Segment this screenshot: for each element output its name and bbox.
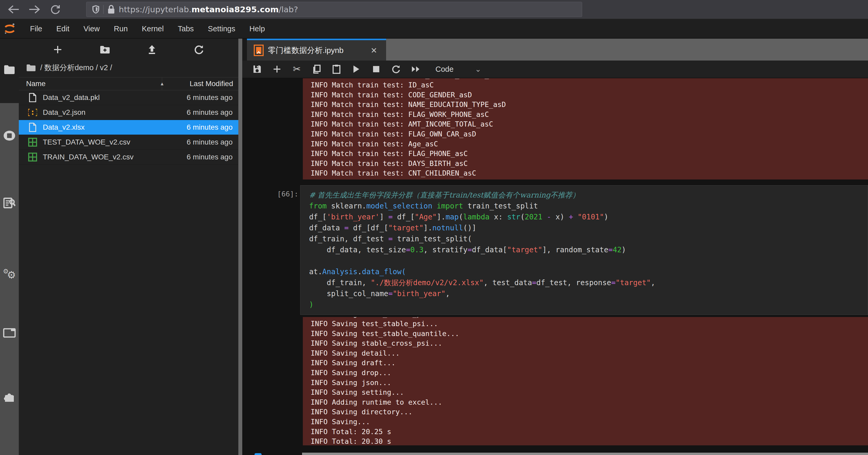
copy-cells-icon[interactable] <box>312 65 321 73</box>
notebook-file-icon <box>254 44 264 56</box>
left-activity-bar: ⚙⚙ <box>0 39 19 455</box>
sort-by-name-header[interactable]: Name <box>19 79 162 88</box>
file-row[interactable]: TEST_DATA_WOE_v2.csv6 minutes ago <box>19 135 238 150</box>
execution-count: [66]: <box>268 190 299 198</box>
notebook-dock: 零门槛数据分析.ipynb ✕ ✂ <box>242 39 868 455</box>
file-row[interactable]: {:}Data_v2.json6 minutes ago <box>19 105 238 120</box>
refresh-icon[interactable] <box>194 44 204 55</box>
output-line: INFO Saving test_stable_psi... <box>311 319 868 329</box>
notebook-content: INFO Match train test: NAME_FAMILY_STATU… <box>242 78 868 455</box>
browser-toolbar: https://jupyterlab.metanoia8295.com/lab? <box>0 0 868 19</box>
restart-kernel-icon[interactable] <box>392 65 400 73</box>
cell-output-stderr: INFO Saving train_stable_psi...INFO Savi… <box>303 317 868 445</box>
code-line: df_['birth_year'] = df_["Age"].map(lambd… <box>309 212 868 223</box>
file-browser-panel: / 数据分析demo / v2 / Name ▲ Last Modified D… <box>19 39 238 455</box>
sort-ascending-icon[interactable]: ▲ <box>160 81 164 87</box>
upload-icon[interactable] <box>148 44 156 55</box>
file-modified: 6 minutes ago <box>187 123 238 131</box>
menu-edit[interactable]: Edit <box>49 25 76 33</box>
add-cell-icon[interactable] <box>273 65 281 73</box>
file-modified: 6 minutes ago <box>187 153 238 161</box>
output-line: INFO Match train test: DAYS_BIRTH_asC <box>311 159 868 168</box>
command-palette-icon[interactable] <box>0 197 19 209</box>
file-row[interactable]: Data_v2.xlsx6 minutes ago <box>19 120 238 135</box>
cell-type-caret-icon[interactable]: ⌄ <box>475 65 481 73</box>
property-inspector-icon[interactable]: ⚙⚙ <box>0 268 19 281</box>
svg-text:{:}: {:} <box>28 108 37 117</box>
file-row[interactable]: TRAIN_DATA_WOE_v2.csv6 minutes ago <box>19 150 238 165</box>
file-row[interactable]: Data_v2_data.pkl6 minutes ago <box>19 90 238 105</box>
menu-view[interactable]: View <box>76 25 107 33</box>
code-line: ) <box>309 299 868 310</box>
output-line: INFO Saving stable_cross_psi... <box>311 338 868 348</box>
running-sessions-icon[interactable] <box>0 129 19 142</box>
new-launcher-icon[interactable] <box>53 45 62 54</box>
dock-tab-bar: 零门槛数据分析.ipynb ✕ <box>242 39 868 61</box>
code-line <box>309 255 868 266</box>
stop-kernel-icon[interactable] <box>372 66 381 72</box>
code-line: # 首先生成出生年份字段并分群（直接基于train/test赋值会有个warni… <box>309 190 868 201</box>
code-line: df_train, df_test = train_test_split( <box>309 233 868 245</box>
reload-icon[interactable] <box>48 2 63 17</box>
output-line: INFO Total: 20.25 s <box>311 427 868 437</box>
cut-cells-icon[interactable]: ✂ <box>292 64 301 75</box>
code-line: split_col_name="birth_year", <box>309 288 868 299</box>
home-folder-icon[interactable] <box>26 64 36 72</box>
tab-title: 零门槛数据分析.ipynb <box>268 45 371 56</box>
next-cell-top-edge <box>302 453 868 455</box>
breadcrumb[interactable]: / 数据分析demo / v2 / <box>19 61 238 75</box>
menu-run[interactable]: Run <box>107 25 135 33</box>
menu-kernel[interactable]: Kernel <box>135 25 171 33</box>
next-cell-collapser[interactable] <box>254 453 261 455</box>
tracking-shield-icon[interactable] <box>92 5 99 14</box>
cell-output-stderr: INFO Match train test: NAME_FAMILY_STATU… <box>303 78 868 180</box>
save-icon[interactable] <box>253 65 261 73</box>
file-modified: 6 minutes ago <box>187 138 238 147</box>
code-line: df_data, test_size=0.3, stratify=df_data… <box>309 245 868 255</box>
jupyter-logo-icon <box>4 23 16 35</box>
sort-by-modified-header[interactable]: Last Modified <box>162 77 238 90</box>
open-tabs-icon[interactable] <box>0 328 19 337</box>
file-browser-icon[interactable] <box>0 65 19 74</box>
output-line-clipped: INFO Saving train_stable_psi... <box>311 317 868 319</box>
menu-settings[interactable]: Settings <box>201 25 242 33</box>
menu-file[interactable]: File <box>23 25 49 33</box>
output-line: INFO Match train test: FLAG_WORK_PHONE_a… <box>311 109 868 120</box>
output-line: INFO Match train test: FLAG_PHONE_asC <box>311 149 868 159</box>
file-name: TRAIN_DATA_WOE_v2.csv <box>43 153 187 161</box>
back-icon[interactable] <box>6 2 21 17</box>
code-line: df_train, "./数据分析demo/v2/v2.xlsx", test_… <box>309 277 868 288</box>
code-line: at.Analysis.data_flow( <box>309 266 868 277</box>
file-name: Data_v2_data.pkl <box>43 93 187 102</box>
csv-file-icon <box>28 137 37 147</box>
output-line: INFO Saving... <box>311 417 868 427</box>
output-line: INFO Saving drop... <box>311 368 868 378</box>
cell-type-select[interactable]: Code <box>435 65 454 73</box>
file-browser-toolbar <box>19 39 238 61</box>
output-line-clipped: INFO Match train test: NAME_FAMILY_STATU… <box>311 78 868 80</box>
json-file-icon: {:} <box>28 108 37 117</box>
file-file-icon <box>28 93 37 102</box>
code-cell-editor[interactable]: # 首先生成出生年份字段并分群（直接基于train/test赋值会有个warni… <box>300 185 868 315</box>
address-bar[interactable]: https://jupyterlab.metanoia8295.com/lab? <box>86 2 582 17</box>
file-list: Data_v2_data.pkl6 minutes ago{:}Data_v2.… <box>19 90 238 165</box>
paste-cells-icon[interactable] <box>332 64 341 74</box>
panel-divider[interactable] <box>238 39 242 455</box>
run-cell-icon[interactable] <box>352 65 361 73</box>
breadcrumb-path[interactable]: / 数据分析demo / v2 / <box>40 63 112 73</box>
extension-manager-icon[interactable] <box>0 390 19 402</box>
output-line: INFO Saving detail... <box>311 348 868 358</box>
menu-help[interactable]: Help <box>242 25 272 33</box>
file-file-icon <box>28 123 37 132</box>
new-folder-icon[interactable] <box>100 45 110 54</box>
output-line: INFO Match train test: AMT_INCOME_TOTAL_… <box>311 119 868 129</box>
run-all-icon[interactable] <box>411 65 420 73</box>
menu-tabs[interactable]: Tabs <box>171 25 201 33</box>
output-line: INFO Saving draft... <box>311 358 868 368</box>
forward-icon[interactable] <box>27 2 42 17</box>
tab-close-icon[interactable]: ✕ <box>371 46 377 55</box>
jupyter-menubar: FileEditViewRunKernelTabsSettingsHelp <box>0 19 868 39</box>
file-modified: 6 minutes ago <box>187 108 238 117</box>
notebook-tab[interactable]: 零门槛数据分析.ipynb ✕ <box>247 39 386 61</box>
file-list-header: Name ▲ Last Modified <box>19 77 238 90</box>
